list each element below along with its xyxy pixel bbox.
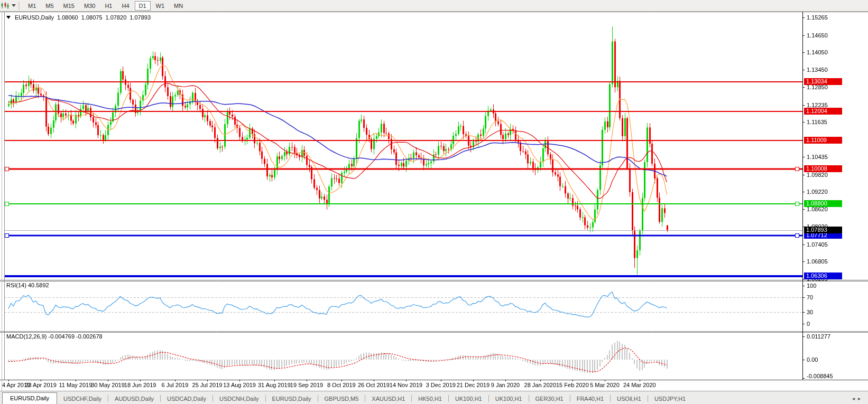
price-axis-tick: 1.13450 <box>807 67 828 73</box>
date-axis-tick: 15 Feb 2020 <box>556 382 589 388</box>
price-axis-tick: 1.12235 <box>807 102 828 108</box>
price-axis-tick: 1.14650 <box>807 32 828 39</box>
chart-tab-UK100-H1[interactable]: UK100,H1 <box>449 393 488 404</box>
date-axis-tick: 8 Oct 2019 <box>327 382 356 388</box>
toolbar-grip[interactable] <box>19 2 21 10</box>
ohlc-high: 1.08075 <box>81 14 103 21</box>
timeframe-button-H1[interactable]: H1 <box>100 1 116 11</box>
price-axis-tick: 1.09220 <box>807 189 828 195</box>
date-axis-tick: 5 Mar 2020 <box>590 382 620 388</box>
date-axis-tick: 21 Dec 2019 <box>457 382 490 388</box>
date-axis-tick: 6 Jul 2019 <box>162 382 189 388</box>
date-axis-tick: 23 Apr 2019 <box>25 382 56 388</box>
chart-tab-HK50-H1[interactable]: HK50,H1 <box>412 393 448 404</box>
date-axis-tick: 13 Aug 2019 <box>223 382 256 388</box>
chart-type-dropdown-caret[interactable] <box>12 4 16 7</box>
chart-tab-USDJPY-H1[interactable]: USDJPY,H1 <box>648 393 692 404</box>
price-line-badge: 1.12004 <box>804 108 842 115</box>
date-axis-tick: 3 Dec 2019 <box>426 382 456 388</box>
date-axis-tick: 28 Jan 2020 <box>524 382 557 388</box>
rsi-axis-tick: 100 <box>807 283 816 289</box>
tabs-scroll-right-icon[interactable]: ▸ <box>858 396 864 401</box>
chart-tab-XAUUSD-H1[interactable]: XAUUSD,H1 <box>365 393 411 404</box>
price-axis-tick: 1.15265 <box>807 14 828 21</box>
chart-tab-USDCAD-Daily[interactable]: USDCAD,Daily <box>161 393 213 404</box>
timeframe-button-MN[interactable]: MN <box>170 1 187 11</box>
chart-tab-USDCHF-Daily[interactable]: USDCHF,Daily <box>57 393 108 404</box>
price-axis-tick: 1.06805 <box>807 258 828 265</box>
price-axis-tick: 1.11635 <box>807 119 827 125</box>
date-axis-tick: 9 Jan 2020 <box>491 382 520 388</box>
chart-canvas[interactable] <box>0 0 868 404</box>
date-axis-tick: 18 Jun 2019 <box>124 382 156 388</box>
timeframe-button-M15[interactable]: M15 <box>59 1 79 11</box>
rsi-axis-tick: 30 <box>807 309 813 315</box>
chart-tab-GER30-H1[interactable]: GER30,H1 <box>529 393 570 404</box>
ohlc-low: 1.07820 <box>106 14 127 21</box>
macd-axis-tick: 0.011277 <box>807 333 830 340</box>
date-axis-tick: 19 Sep 2019 <box>290 382 323 388</box>
chart-type-icon[interactable] <box>1 2 10 10</box>
ohlc-open: 1.08060 <box>57 14 78 21</box>
rsi-axis-tick: 0 <box>807 321 810 327</box>
timeframe-button-W1[interactable]: W1 <box>152 1 169 11</box>
tab-items: EURUSD,DailyUSDCHF,DailyAUDUSD,DailyUSDC… <box>0 392 692 404</box>
chart-tab-USOil-H1[interactable]: USOil,H1 <box>611 393 648 404</box>
current-price-badge: 1.07893 <box>804 227 842 233</box>
date-axis-tick: 11 May 2019 <box>59 382 92 388</box>
price-line-badge: 1.11009 <box>804 137 842 144</box>
chart-tab-EURUSD-Daily[interactable]: EURUSD,Daily <box>266 393 318 404</box>
timeframe-button-M30[interactable]: M30 <box>80 1 99 11</box>
symbol-name: EURUSD,Daily <box>15 14 54 21</box>
price-axis-tick: 1.10435 <box>807 154 828 160</box>
chart-tab-FRA40-H1[interactable]: FRA40,H1 <box>570 393 610 404</box>
timeframe-button-D1[interactable]: D1 <box>135 1 151 11</box>
symbol-info: EURUSD,Daily 1.08060 1.08075 1.07820 1.0… <box>6 14 151 21</box>
date-axis-tick: 26 Oct 2019 <box>358 382 390 388</box>
price-line-badge: 1.10008 <box>804 165 842 172</box>
price-axis-tick: 1.14050 <box>807 49 828 55</box>
timeframe-button-M1[interactable]: M1 <box>24 1 40 11</box>
price-line-badge: 1.08800 <box>804 200 842 207</box>
ohlc-close: 1.07893 <box>130 14 151 21</box>
timeframe-button-H4[interactable]: H4 <box>117 1 133 11</box>
chart-tab-AUDUSD-Daily[interactable]: AUDUSD,Daily <box>108 393 160 404</box>
date-axis-tick: 25 Jul 2019 <box>192 382 223 388</box>
chart-tab-bar: EURUSD,DailyUSDCHF,DailyAUDUSD,DailyUSDC… <box>0 391 868 404</box>
chart-tab-EURUSD-Daily[interactable]: EURUSD,Daily <box>2 392 57 404</box>
chart-menu-caret[interactable] <box>6 16 11 19</box>
price-axis-tick: 1.07405 <box>807 241 828 248</box>
date-axis-tick: 24 Mar 2020 <box>623 382 656 388</box>
macd-axis-tick: -0.008845 <box>807 373 833 379</box>
price-line-badge: 1.13034 <box>804 78 842 85</box>
price-axis-tick: 1.09820 <box>807 172 828 178</box>
date-axis-tick: 14 Nov 2019 <box>390 382 422 388</box>
macd-axis-tick: 0.00 <box>807 356 818 363</box>
timeframe-toolbar: M1M5M15M30H1H4D1W1MN <box>0 0 868 12</box>
date-axis-tick: 31 Aug 2019 <box>258 382 291 388</box>
chart-tab-USDCNH-Daily[interactable]: USDCNH,Daily <box>213 393 265 404</box>
trading-platform-window: M1M5M15M30H1H4D1W1MN EURUSD,Daily 1.0806… <box>0 0 868 404</box>
macd-panel-label: MACD(12,26,9) -0.004769 -0.002678 <box>6 333 103 340</box>
timeframe-button-M5[interactable]: M5 <box>41 1 58 11</box>
chart-tab-UK100-H1[interactable]: UK100,H1 <box>489 393 529 404</box>
rsi-axis-tick: 70 <box>807 294 813 300</box>
date-axis-tick: 30 May 2019 <box>91 382 125 388</box>
timeframe-button-group: M1M5M15M30H1H4D1W1MN <box>23 3 188 9</box>
tabs-scroll-left-icon[interactable]: ◂ <box>852 396 858 401</box>
rsi-panel-label: RSI(14) 40.5892 <box>6 282 49 288</box>
chart-tab-GBPUSD-M5[interactable]: GBPUSD,M5 <box>318 393 365 404</box>
price-line-badge: 1.06306 <box>804 273 842 279</box>
